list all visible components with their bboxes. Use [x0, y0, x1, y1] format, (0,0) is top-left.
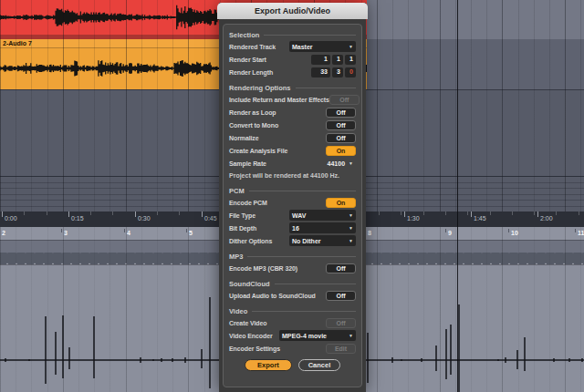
bar-number-label: 5 — [189, 230, 193, 236]
section-header-mp3: MP3 — [229, 251, 356, 262]
setting-row-video-encoder: Video EncoderMPEG-4 movie▼ — [229, 329, 356, 342]
time-tick — [471, 211, 472, 217]
section-header-rule — [264, 35, 356, 36]
time-tick-label: 0:45 — [204, 215, 217, 222]
setting-label: Include Return and Master Effects — [229, 97, 329, 103]
time-tick-label: 2:00 — [540, 215, 553, 222]
value-field[interactable]: 1 — [332, 55, 343, 65]
bar-number-label: 2 — [2, 230, 5, 236]
setting-row-normalize: NormalizeOff — [229, 131, 356, 144]
value-field[interactable]: 33 — [311, 67, 330, 77]
bar-tick — [445, 229, 446, 232]
setting-label: Upload Audio to SoundCloud — [229, 293, 316, 299]
setting-label: Rendered Track — [229, 44, 276, 50]
setting-row-render-start: Render Start111 — [229, 53, 356, 66]
video-encoder-dropdown[interactable]: MPEG-4 movie▼ — [279, 330, 356, 341]
bar-number-label: 11 — [578, 230, 584, 236]
encoder-settings-toggle-button: Edit — [326, 344, 356, 354]
dropdown-value: WAV — [292, 212, 306, 219]
normalize-toggle-button[interactable]: Off — [326, 133, 356, 143]
value-field[interactable]: 1 — [345, 55, 356, 65]
setting-label: Render Start — [229, 57, 266, 63]
setting-row-upload-audio-to-soundcloud: Upload Audio to SoundCloudOff — [229, 289, 356, 302]
time-tick — [537, 211, 538, 217]
rendered-track-dropdown[interactable]: Master▼ — [289, 41, 356, 52]
time-tick-label: 1:45 — [474, 215, 486, 222]
cancel-button[interactable]: Cancel — [298, 359, 340, 371]
dropdown-arrow-icon: ▼ — [349, 212, 353, 218]
setting-row-include-return-and-master-effects: Include Return and Master EffectsOff — [229, 93, 356, 106]
setting-row-encode-pcm: Encode PCMOn — [229, 196, 356, 209]
section-header-rule — [247, 256, 356, 257]
section-header-rule — [296, 88, 357, 88]
dither-options-dropdown[interactable]: No Dither▼ — [289, 235, 356, 246]
value-field[interactable]: 1 — [311, 55, 330, 65]
setting-label: Render as Loop — [229, 109, 276, 116]
value-field[interactable]: 3 — [332, 67, 343, 77]
setting-row-file-type: File TypeWAV▼ — [229, 209, 356, 222]
dropdown-arrow-icon: ▼ — [349, 160, 353, 166]
section-header-label: SoundCloud — [229, 280, 270, 288]
bar-tick — [575, 229, 576, 232]
dropdown-value: 16 — [292, 225, 299, 232]
value-field[interactable]: 0 — [345, 67, 356, 77]
dialog-title-bar: Export Audio/Video — [217, 3, 368, 19]
convert-to-mono-toggle-button[interactable]: Off — [326, 120, 356, 130]
dropdown-value: MPEG-4 movie — [282, 333, 327, 339]
setting-label: Create Analysis File — [229, 148, 287, 154]
render-length-value-fields: 3330 — [311, 67, 356, 77]
time-tick-label: 1:30 — [407, 215, 420, 222]
bar-tick — [186, 229, 187, 232]
bit-depth-dropdown[interactable]: 16▼ — [289, 222, 356, 233]
render-info-note: Project will be rendered at 44100 Hz. — [229, 170, 356, 181]
playhead-line[interactable] — [457, 0, 458, 392]
encode-mp3-cbr-320-toggle-button[interactable]: Off — [326, 263, 356, 273]
section-header-label: Video — [229, 307, 247, 315]
encode-pcm-toggle-button[interactable]: On — [326, 198, 356, 208]
time-tick-label: 0:00 — [5, 215, 17, 222]
time-tick-label: 0:30 — [138, 215, 151, 222]
upload-audio-to-soundcloud-toggle-button[interactable]: Off — [326, 291, 356, 301]
setting-label: Encoder Settings — [229, 346, 280, 352]
time-tick — [404, 211, 405, 217]
bar-number-label: 9 — [448, 230, 452, 236]
setting-label: Encode MP3 (CBR 320) — [229, 265, 297, 272]
create-analysis-file-toggle-button[interactable]: On — [326, 146, 356, 156]
render-start-value-fields: 111 — [311, 55, 356, 65]
include-return-and-master-effects-toggle-button: Off — [329, 95, 360, 105]
section-header-rule — [252, 311, 356, 312]
section-header-rule — [275, 284, 356, 284]
time-tick — [135, 211, 136, 217]
setting-row-dither-options: Dither OptionsNo Dither▼ — [229, 234, 356, 247]
section-header-rendering-options: Rendering Options — [229, 82, 356, 93]
dialog-panel: SelectionRendered TrackMaster▼Render Sta… — [223, 24, 362, 387]
setting-label: Sample Rate — [229, 160, 266, 167]
time-tick-label: 0:15 — [71, 215, 84, 222]
file-type-dropdown[interactable]: WAV▼ — [289, 210, 356, 221]
setting-label: Create Video — [229, 320, 266, 326]
create-video-toggle-button: Off — [326, 318, 356, 328]
dropdown-value: Master — [292, 44, 313, 50]
time-tick — [202, 211, 203, 217]
setting-label: Encode PCM — [229, 200, 267, 206]
section-header-label: Selection — [229, 31, 259, 39]
sample-rate-dropdown[interactable]: 44100▼ — [325, 158, 356, 169]
export-audio-video-dialog: Export Audio/Video SelectionRendered Tra… — [219, 3, 366, 392]
time-tick — [68, 211, 69, 217]
dropdown-arrow-icon: ▼ — [349, 333, 353, 338]
bar-tick — [508, 229, 509, 232]
bar-number-label: 4 — [127, 230, 130, 236]
dialog-footer: Export Cancel — [229, 359, 356, 371]
render-as-loop-toggle-button[interactable]: Off — [326, 108, 356, 118]
setting-label: Render Length — [229, 69, 273, 76]
export-button[interactable]: Export — [245, 359, 292, 371]
dropdown-value: No Dither — [292, 238, 321, 244]
dropdown-arrow-icon: ▼ — [349, 225, 353, 231]
setting-row-render-length: Render Length3330 — [229, 66, 356, 78]
setting-row-render-as-loop: Render as LoopOff — [229, 106, 356, 119]
setting-row-encode-mp3-cbr-320: Encode MP3 (CBR 320)Off — [229, 262, 356, 274]
setting-row-create-analysis-file: Create Analysis FileOn — [229, 144, 356, 157]
setting-label: Video Encoder — [229, 333, 273, 339]
dropdown-arrow-icon: ▼ — [349, 44, 353, 49]
time-tick — [2, 211, 3, 217]
